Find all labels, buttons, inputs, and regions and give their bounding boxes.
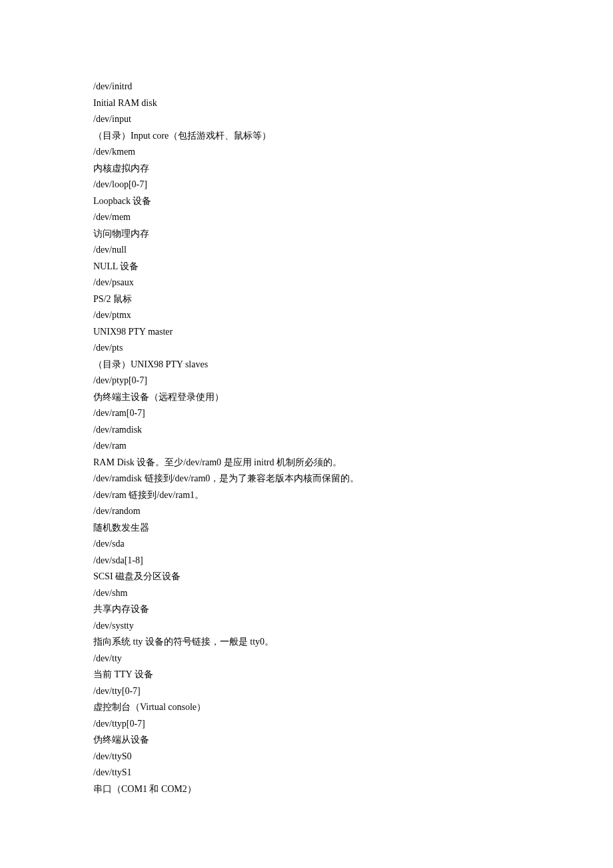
text-line: /dev/tty[0-7] (93, 683, 520, 700)
text-line: Initial RAM disk (93, 95, 520, 112)
text-line: RAM Disk 设备。至少/dev/ram0 是应用 initrd 机制所必须… (93, 455, 520, 471)
text-line: 随机数发生器 (93, 520, 520, 537)
text-line: /dev/ramdisk 链接到/dev/ram0，是为了兼容老版本内核而保留的… (93, 471, 520, 487)
text-line: /dev/ptyp[0-7] (93, 373, 520, 389)
text-line: 内核虚拟内存 (93, 161, 520, 177)
text-line: 虚控制台（Virtual console） (93, 699, 520, 716)
text-line: Loopback 设备 (93, 193, 520, 210)
text-line: /dev/ttyS1 (93, 765, 520, 781)
text-line: 共享内存设备 (93, 601, 520, 618)
text-line: /dev/ram[0-7] (93, 405, 520, 422)
text-line: NULL 设备 (93, 259, 520, 275)
text-line: /dev/ramdisk (93, 422, 520, 439)
text-line: /dev/psaux (93, 275, 520, 291)
text-line: /dev/ram (93, 438, 520, 455)
text-line: /dev/sda (93, 536, 520, 553)
text-line: （目录）UNIX98 PTY slaves (93, 357, 520, 373)
text-line: 串口（COM1 和 COM2） (93, 781, 520, 798)
text-line: /dev/input (93, 111, 520, 128)
text-line: /dev/pts (93, 340, 520, 357)
text-line: /dev/ttyS0 (93, 749, 520, 765)
text-line: PS/2 鼠标 (93, 291, 520, 308)
document-page: /dev/initrd Initial RAM disk /dev/input … (0, 0, 613, 868)
text-line: 访问物理内存 (93, 226, 520, 243)
text-line: /dev/loop[0-7] (93, 177, 520, 193)
text-line: UNIX98 PTY master (93, 324, 520, 341)
text-line: /dev/systty (93, 618, 520, 635)
text-line: 当前 TTY 设备 (93, 667, 520, 683)
text-line: /dev/ram 链接到/dev/ram1。 (93, 487, 520, 504)
text-line: /dev/kmem (93, 144, 520, 161)
text-line: /dev/null (93, 242, 520, 259)
text-line: /dev/ptmx (93, 307, 520, 324)
text-line: /dev/random (93, 503, 520, 520)
text-line: /dev/mem (93, 209, 520, 226)
text-line: （目录）Input core（包括游戏杆、鼠标等） (93, 128, 520, 145)
text-line: /dev/shm (93, 585, 520, 602)
text-line: 指向系统 tty 设备的符号链接，一般是 tty0。 (93, 634, 520, 651)
text-line: /dev/initrd (93, 79, 520, 95)
text-line: 伪终端从设备 (93, 732, 520, 749)
text-line: 伪终端主设备（远程登录使用） (93, 389, 520, 406)
text-line: SCSI 磁盘及分区设备 (93, 569, 520, 585)
text-line: /dev/tty (93, 651, 520, 667)
text-line: /dev/sda[1-8] (93, 553, 520, 569)
text-line: /dev/ttyp[0-7] (93, 716, 520, 733)
